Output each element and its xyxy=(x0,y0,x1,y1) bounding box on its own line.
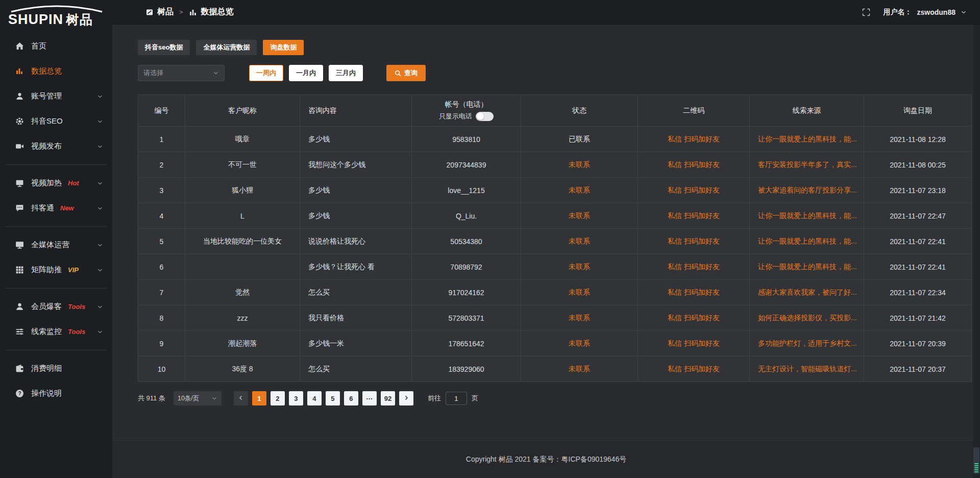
page-ellipsis[interactable]: ··· xyxy=(362,391,377,405)
cell-account: 9583810 xyxy=(412,127,521,152)
cell-account: Q_Liu. xyxy=(412,203,521,229)
scrollbar-track[interactable] xyxy=(973,25,980,478)
display-icon xyxy=(15,179,24,187)
query-button[interactable]: 查询 xyxy=(386,65,426,81)
fullscreen-icon[interactable] xyxy=(862,8,870,16)
range-button-month[interactable]: 一月内 xyxy=(289,65,323,81)
status-badge: 未联系 xyxy=(569,211,590,220)
qr-add-friend-link[interactable]: 私信 扫码加好友 xyxy=(668,211,720,220)
lead-source-link[interactable]: 客厅安装投影半年多了，真实... xyxy=(758,160,857,170)
lead-source-link[interactable]: 感谢大家喜欢我家，被问了好... xyxy=(758,288,857,297)
goto-page-input[interactable] xyxy=(446,392,467,405)
tab-inquiry-data[interactable]: 询盘数据 xyxy=(263,40,304,55)
cell-index: 6 xyxy=(138,254,185,280)
sidebar-item-badge: Hot xyxy=(68,179,79,187)
filter-select[interactable]: 请选择 xyxy=(138,65,225,81)
qr-add-friend-link[interactable]: 私信 扫码加好友 xyxy=(668,237,720,245)
cell-index: 10 xyxy=(138,356,185,382)
sidebar-item-data-overview[interactable]: 数据总览 xyxy=(0,59,112,84)
status-badge: 未联系 xyxy=(569,339,590,347)
table-row: 3 狐小狸 多少钱 love__1215 未联系 私信 扫码加好友 被大家追着问… xyxy=(138,178,972,203)
lead-source-link[interactable]: 如何正确选择投影仪，买投影... xyxy=(758,314,857,323)
qr-add-friend-link[interactable]: 私信 扫码加好友 xyxy=(668,135,720,143)
table-row: 1 哦章 多少钱 9583810 已联系 私信 扫码加好友 让你一眼就爱上的黑科… xyxy=(138,127,972,152)
cell-index: 8 xyxy=(138,305,185,331)
tab-media-operation-data[interactable]: 全媒体运营数据 xyxy=(196,40,257,55)
qr-add-friend-link[interactable]: 私信 扫码加好友 xyxy=(668,160,720,169)
cell-nickname: 狐小狸 xyxy=(185,178,300,203)
monitor-icon xyxy=(15,241,24,249)
sidebar-item-douyin-seo[interactable]: 抖音SEO xyxy=(0,109,112,134)
cell-date: 2021-11-07 20:39 xyxy=(864,331,972,356)
sidebar-item-home[interactable]: 首页 xyxy=(0,34,112,59)
next-page-button[interactable] xyxy=(399,391,413,405)
cell-account: 178651642 xyxy=(412,331,521,356)
tab-douyin-seo-data[interactable]: 抖音seo数据 xyxy=(138,40,190,55)
chevron-down-icon xyxy=(211,395,217,401)
cell-account: 70898792 xyxy=(412,254,521,280)
chevron-down-icon xyxy=(97,180,103,186)
phone-only-toggle[interactable] xyxy=(476,112,494,121)
range-button-week[interactable]: 一周内 xyxy=(249,65,283,81)
chevron-down-icon[interactable] xyxy=(961,9,967,15)
page-6[interactable]: 6 xyxy=(344,391,358,405)
page-92[interactable]: 92 xyxy=(381,391,395,405)
sidebar-item-instructions[interactable]: ? 操作说明 xyxy=(0,381,112,406)
grid-icon xyxy=(15,266,24,274)
page-1[interactable]: 1 xyxy=(252,391,266,405)
cell-index: 1 xyxy=(138,127,185,152)
sidebar-item-lead-monitor[interactable]: 线索监控 Tools xyxy=(0,319,112,344)
cell-content: 我想问这个多少钱 xyxy=(300,152,412,178)
qr-add-friend-link[interactable]: 私信 扫码加好友 xyxy=(668,365,720,373)
query-button-label: 查询 xyxy=(404,68,418,78)
sidebar-item-media-operation[interactable]: 全媒体运营 xyxy=(0,232,112,257)
range-button-quarter[interactable]: 三月内 xyxy=(329,65,363,81)
qr-add-friend-link[interactable]: 私信 扫码加好友 xyxy=(668,288,720,296)
lead-source-link[interactable]: 无主灯设计，智能磁吸轨道灯... xyxy=(758,365,857,374)
chevron-down-icon xyxy=(97,267,103,273)
svg-text:?: ? xyxy=(18,391,21,396)
breadcrumb-separator: > xyxy=(179,8,183,16)
breadcrumb-root[interactable]: 树品 xyxy=(157,7,174,17)
sidebar-item-douketong[interactable]: 抖客通 New xyxy=(0,196,112,221)
page-5[interactable]: 5 xyxy=(326,391,340,405)
col-header-account-title: 帐号（电话） xyxy=(415,100,518,109)
data-tabs: 抖音seo数据 全媒体运营数据 询盘数据 xyxy=(138,40,971,55)
sidebar-item-consumption-detail[interactable]: 消费明细 xyxy=(0,356,112,381)
main-content: 抖音seo数据 全媒体运营数据 询盘数据 请选择 一周内 一月内 三月内 查询 xyxy=(112,25,980,440)
qr-add-friend-link[interactable]: 私信 扫码加好友 xyxy=(668,339,720,347)
qr-add-friend-link[interactable]: 私信 扫码加好友 xyxy=(668,186,720,194)
recorder-widget[interactable] xyxy=(973,447,979,474)
chart-bars-icon xyxy=(189,8,197,16)
page-3[interactable]: 3 xyxy=(289,391,303,405)
sidebar-item-account-management[interactable]: 账号管理 xyxy=(0,84,112,109)
sidebar-item-matrix-boost[interactable]: 矩阵助推 VIP xyxy=(0,257,112,282)
col-header-status: 状态 xyxy=(521,95,638,127)
sidebar-item-member-baoke[interactable]: 会员爆客 Tools xyxy=(0,294,112,319)
chat-bubble-icon xyxy=(15,204,24,212)
sidebar-item-video-publish[interactable]: 视频发布 xyxy=(0,134,112,159)
page-2[interactable]: 2 xyxy=(271,391,285,405)
lead-source-link[interactable]: 让你一眼就爱上的黑科技，能... xyxy=(758,135,857,144)
qr-add-friend-link[interactable]: 私信 扫码加好友 xyxy=(668,262,720,271)
cell-date: 2021-11-08 12:28 xyxy=(864,127,972,152)
username-value[interactable]: zswodun88 xyxy=(917,8,955,16)
lead-source-link[interactable]: 被大家追着问的客厅投影分享... xyxy=(758,186,857,195)
cell-account: 183929060 xyxy=(412,356,521,382)
prev-page-button[interactable] xyxy=(234,391,248,405)
sidebar-item-video-heat[interactable]: 视频加热 Hot xyxy=(0,171,112,196)
page-number-group: 1 2 3 4 5 6 ··· 92 xyxy=(252,391,395,405)
logo[interactable]: SHUPIN 树品 xyxy=(0,0,112,32)
lead-source-link[interactable]: 让你一眼就爱上的黑科技，能... xyxy=(758,211,857,221)
lead-source-link[interactable]: 多功能护栏灯，适用于乡村文... xyxy=(758,339,857,348)
wallet-icon xyxy=(15,364,24,373)
sidebar: SHUPIN 树品 首页 数据总览 账号管理 xyxy=(0,0,112,478)
page-size-select[interactable]: 10条/页 xyxy=(174,391,222,405)
person-icon xyxy=(15,302,24,311)
sidebar-item-badge: Tools xyxy=(68,328,85,336)
lead-source-link[interactable]: 让你一眼就爱上的黑科技，能... xyxy=(758,262,857,272)
page-4[interactable]: 4 xyxy=(307,391,322,405)
table-row: 6 多少钱？让我死心 看 70898792 未联系 私信 扫码加好友 让你一眼就… xyxy=(138,254,972,280)
lead-source-link[interactable]: 让你一眼就爱上的黑科技，能... xyxy=(758,237,857,246)
qr-add-friend-link[interactable]: 私信 扫码加好友 xyxy=(668,314,720,322)
